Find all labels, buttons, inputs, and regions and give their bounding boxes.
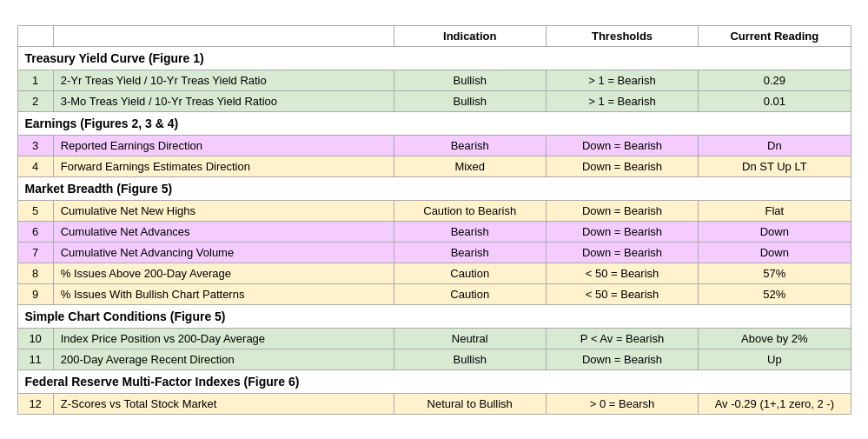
row-thresholds: > 1 = Bearish	[546, 70, 698, 90]
row-name: 2-Yr Treas Yield / 10-Yr Treas Yield Rat…	[53, 70, 394, 90]
row-thresholds: Down = Bearish	[546, 221, 698, 242]
row-name: % Issues With Bullish Chart Patterns	[53, 283, 394, 304]
row-reading: Above by 2%	[699, 328, 851, 349]
row-indication: Bullish	[394, 70, 546, 90]
main-table-wrapper: Indication Thresholds Current Reading Tr…	[17, 25, 851, 415]
section-header-1: Earnings (Figures 2, 3 & 4)	[17, 111, 851, 135]
row-name: 3-Mo Treas Yield / 10-Yr Treas Yield Rat…	[53, 90, 394, 111]
table-row: 11 200-Day Average Recent Direction Bull…	[17, 349, 851, 369]
row-reading: 0.29	[699, 70, 851, 90]
row-indication: Bearish	[394, 135, 546, 156]
data-table: Indication Thresholds Current Reading Tr…	[17, 25, 851, 415]
table-row: 3 Reported Earnings Direction Bearish Do…	[17, 135, 851, 156]
row-num: 10	[17, 328, 53, 349]
row-name: Cumulative Net New Highs	[53, 200, 394, 221]
row-name: Reported Earnings Direction	[53, 135, 394, 156]
row-indication: Bearish	[394, 242, 546, 263]
row-indication: Caution	[394, 283, 546, 304]
table-row: 4 Forward Earnings Estimates Direction M…	[17, 156, 851, 176]
row-reading: Up	[699, 349, 851, 369]
row-num: 2	[17, 90, 53, 111]
table-row: 12 Z-Scores vs Total Stock Market Netura…	[17, 393, 851, 414]
section-title-3: Simple Chart Conditions (Figure 5)	[17, 304, 851, 328]
row-indication: Bearish	[394, 221, 546, 242]
row-num: 4	[17, 156, 53, 176]
row-num: 1	[17, 70, 53, 90]
row-reading: 57%	[699, 263, 851, 283]
section-header-2: Market Breadth (Figure 5)	[17, 176, 851, 200]
header-name	[53, 25, 394, 46]
row-thresholds: > 1 = Bearish	[546, 90, 698, 111]
row-thresholds: Down = Bearish	[546, 156, 698, 176]
row-thresholds: P < Av = Bearish	[546, 328, 698, 349]
table-row: 9 % Issues With Bullish Chart Patterns C…	[17, 283, 851, 304]
row-num: 5	[17, 200, 53, 221]
row-num: 8	[17, 263, 53, 283]
row-name: Z-Scores vs Total Stock Market	[53, 393, 394, 414]
row-thresholds: Down = Bearish	[546, 242, 698, 263]
section-header-3: Simple Chart Conditions (Figure 5)	[17, 304, 851, 328]
section-header-0: Treasury Yield Curve (Figure 1)	[17, 46, 851, 70]
row-reading: Dn	[699, 135, 851, 156]
table-row: 5 Cumulative Net New Highs Caution to Be…	[17, 200, 851, 221]
section-title-1: Earnings (Figures 2, 3 & 4)	[17, 111, 851, 135]
section-title-0: Treasury Yield Curve (Figure 1)	[17, 46, 851, 70]
row-num: 11	[17, 349, 53, 369]
row-reading: Down	[699, 221, 851, 242]
row-indication: Caution to Bearish	[394, 200, 546, 221]
row-indication: Neutral	[394, 328, 546, 349]
row-indication: Netural to Bullish	[394, 393, 546, 414]
row-num: 6	[17, 221, 53, 242]
row-name: % Issues Above 200-Day Average	[53, 263, 394, 283]
header-row: Indication Thresholds Current Reading	[17, 25, 851, 46]
row-reading: Dn ST Up LT	[699, 156, 851, 176]
row-reading: Av -0.29 (1+,1 zero, 2 -)	[699, 393, 851, 414]
row-name: Cumulative Net Advances	[53, 221, 394, 242]
row-indication: Caution	[394, 263, 546, 283]
row-reading: 0.01	[699, 90, 851, 111]
row-name: Index Price Position vs 200-Day Average	[53, 328, 394, 349]
row-thresholds: Down = Bearish	[546, 200, 698, 221]
header-num	[17, 25, 53, 46]
row-indication: Mixed	[394, 156, 546, 176]
table-row: 7 Cumulative Net Advancing Volume Bearis…	[17, 242, 851, 263]
section-title-4: Federal Reserve Multi-Factor Indexes (Fi…	[17, 369, 851, 393]
row-name: Cumulative Net Advancing Volume	[53, 242, 394, 263]
table-row: 6 Cumulative Net Advances Bearish Down =…	[17, 221, 851, 242]
row-thresholds: Down = Bearish	[546, 135, 698, 156]
table-row: 10 Index Price Position vs 200-Day Avera…	[17, 328, 851, 349]
table-row: 2 3-Mo Treas Yield / 10-Yr Treas Yield R…	[17, 90, 851, 111]
row-num: 12	[17, 393, 53, 414]
row-thresholds: < 50 = Bearish	[546, 283, 698, 304]
row-name: 200-Day Average Recent Direction	[53, 349, 394, 369]
header-reading: Current Reading	[699, 25, 851, 46]
row-indication: Bullish	[394, 349, 546, 369]
row-indication: Bullish	[394, 90, 546, 111]
row-thresholds: Down = Bearish	[546, 349, 698, 369]
table-row: 1 2-Yr Treas Yield / 10-Yr Treas Yield R…	[17, 70, 851, 90]
row-thresholds: < 50 = Bearish	[546, 263, 698, 283]
section-title-2: Market Breadth (Figure 5)	[17, 176, 851, 200]
row-reading: Flat	[699, 200, 851, 221]
row-reading: Down	[699, 242, 851, 263]
row-reading: 52%	[699, 283, 851, 304]
section-header-4: Federal Reserve Multi-Factor Indexes (Fi…	[17, 369, 851, 393]
row-num: 9	[17, 283, 53, 304]
table-row: 8 % Issues Above 200-Day Average Caution…	[17, 263, 851, 283]
row-num: 3	[17, 135, 53, 156]
header-thresholds: Thresholds	[546, 25, 698, 46]
row-name: Forward Earnings Estimates Direction	[53, 156, 394, 176]
row-num: 7	[17, 242, 53, 263]
row-thresholds: > 0 = Bearsh	[546, 393, 698, 414]
header-indication: Indication	[394, 25, 546, 46]
